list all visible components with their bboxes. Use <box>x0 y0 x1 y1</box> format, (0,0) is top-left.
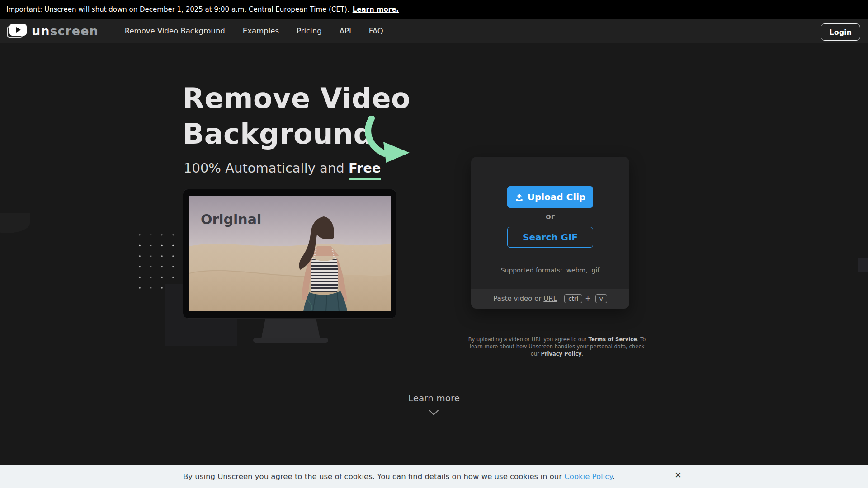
v-key: v <box>595 294 607 303</box>
upload-icon <box>515 193 524 202</box>
nav-item-faq[interactable]: FAQ <box>369 27 383 35</box>
legal-text: By uploading a video or URL you agree to… <box>467 336 647 358</box>
ctrl-key: ctrl <box>564 294 582 303</box>
decor-semicircle <box>0 213 30 233</box>
original-video: Original <box>189 196 391 311</box>
shutdown-banner-text: Important: Unscreen will shut down on De… <box>6 5 349 14</box>
or-divider: or <box>471 212 629 221</box>
nav-links: Remove Video Background Examples Pricing… <box>125 27 383 35</box>
login-button[interactable]: Login <box>821 23 860 41</box>
close-icon[interactable]: ✕ <box>675 470 682 480</box>
learn-more-link[interactable]: Learn more <box>0 393 868 404</box>
monitor-base <box>253 338 328 343</box>
cookie-banner: By using Unscreen you agree to the use o… <box>0 465 868 488</box>
nav-item-remove-video-background[interactable]: Remove Video Background <box>125 27 225 35</box>
shutdown-learn-more-link[interactable]: Learn more. <box>353 5 399 14</box>
cookie-policy-link[interactable]: Cookie Policy <box>564 472 612 481</box>
cookie-text: By using Unscreen you agree to the use o… <box>183 465 615 488</box>
supported-formats: Supported formats: .webm, .gif <box>471 267 629 274</box>
privacy-policy-link[interactable]: Privacy Policy <box>541 351 581 357</box>
upload-card: Upload Clip or Search GIF Supported form… <box>471 157 629 309</box>
url-link[interactable]: URL <box>543 295 557 303</box>
monitor: Original <box>183 189 396 319</box>
logo[interactable]: unscreen <box>6 23 99 38</box>
original-label: Original <box>201 211 261 227</box>
logo-wordmark: unscreen <box>32 24 99 38</box>
page: Important: Unscreen will shut down on De… <box>0 0 868 488</box>
unscreen-logo-icon <box>6 23 28 38</box>
play-icon <box>16 27 21 33</box>
nav-item-pricing[interactable]: Pricing <box>297 27 322 35</box>
chevron-down-icon[interactable] <box>429 406 439 415</box>
decor-edge-square <box>858 258 868 272</box>
nav-item-examples[interactable]: Examples <box>243 27 279 35</box>
paste-bar: Paste video or URL ctrl + v <box>471 289 629 309</box>
monitor-stand <box>261 318 320 338</box>
terms-of-service-link[interactable]: Terms of Service <box>589 336 637 343</box>
search-gif-button[interactable]: Search GIF <box>507 227 593 248</box>
hero-subtitle: 100% Automatically and Free <box>184 160 381 176</box>
navbar: unscreen Remove Video Background Example… <box>0 19 868 43</box>
nav-item-api[interactable]: API <box>340 27 351 35</box>
shutdown-banner: Important: Unscreen will shut down on De… <box>0 0 868 19</box>
curved-arrow-icon <box>362 116 412 164</box>
upload-clip-button[interactable]: Upload Clip <box>507 186 593 208</box>
